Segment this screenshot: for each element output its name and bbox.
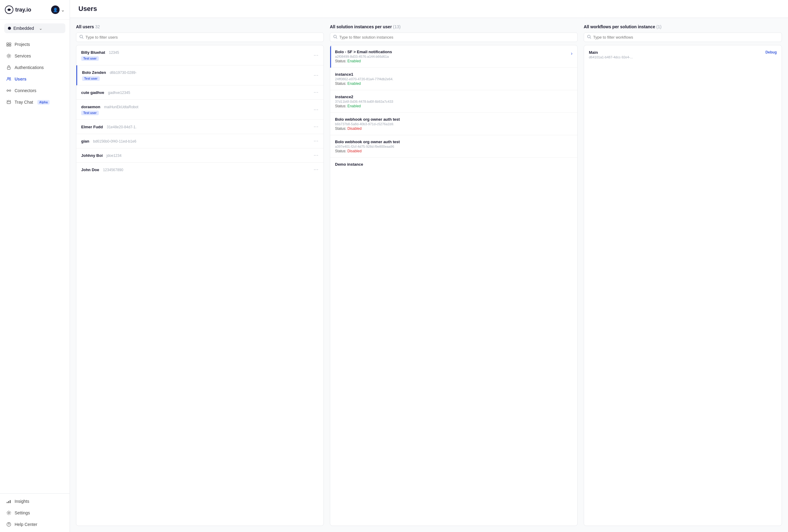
more-options-button[interactable]: ··· — [314, 73, 319, 78]
instance-name: instance1 — [335, 72, 572, 77]
table-row[interactable]: Billy Bluehat 12345 Test user ··· — [76, 45, 323, 65]
chevron-right-icon: › — [571, 51, 572, 56]
user-info: gian bd6156b0-0f40-11ed-b1e6 — [81, 138, 314, 144]
list-item[interactable]: Demo instance — [330, 158, 577, 171]
user-info: Johhny Boi jdoe1234 — [81, 153, 314, 158]
instance-name: Demo instance — [335, 162, 572, 166]
chevron-down-icon: ⌄ — [39, 26, 62, 31]
search-icon — [333, 35, 337, 40]
users-filter-wrap — [76, 33, 324, 42]
svg-point-8 — [9, 78, 11, 79]
instance-name: instance2 — [335, 95, 572, 99]
page-title: Users — [78, 5, 780, 13]
embedded-selector[interactable]: Embedded ⌄ — [4, 23, 65, 33]
workflows-column-header: All workflows per solution instance (1) — [584, 24, 782, 29]
users-list: Billy Bluehat 12345 Test user ··· Bolo Z… — [76, 45, 324, 526]
test-badge: Test user — [81, 111, 99, 115]
table-row[interactable]: doraemon maiHunEkUdtaRobot Test user ··· — [76, 100, 323, 120]
user-id: gadhve12345 — [108, 91, 130, 95]
sidebar-item-tray-chat[interactable]: Tray Chat Alpha — [0, 96, 70, 108]
instance-name: Bolo webhook org owner auth test — [335, 140, 572, 144]
status-enabled: Enabled — [348, 81, 361, 86]
users-filter-input[interactable] — [85, 35, 320, 40]
user-info: cute gadhve gadhve12345 — [81, 90, 314, 95]
sidebar-item-connectors[interactable]: Connectors — [0, 85, 70, 96]
logo-text: tray.io — [15, 7, 31, 13]
sidebar-item-settings[interactable]: Settings — [0, 507, 70, 519]
user-info: Billy Bluehat 12345 Test user — [81, 50, 314, 61]
sidebar-item-authentications[interactable]: Authentications — [0, 62, 70, 73]
more-options-button[interactable]: ··· — [314, 107, 319, 113]
svg-point-9 — [7, 90, 8, 92]
user-menu-button[interactable]: 👤 ⌄ — [51, 5, 65, 14]
settings-icon — [6, 510, 12, 516]
user-name: cute gadhve — [81, 90, 104, 95]
table-row[interactable]: Johhny Boi jdoe1234 ··· — [76, 149, 323, 163]
sidebar-header: tray.io 👤 ⌄ — [0, 0, 70, 20]
insights-icon — [6, 498, 12, 504]
instances-column-header: All solution instances per user (13) — [330, 24, 578, 29]
list-item[interactable]: instance2 37d11b6f-0d36-4478-bd0f-6b92a7… — [330, 90, 577, 113]
columns-container: All users 32 Billy Bluehat 12345 Test us… — [70, 18, 788, 532]
table-row[interactable]: gian bd6156b0-0f40-11ed-b1e6 ··· — [76, 134, 323, 149]
sidebar-item-projects[interactable]: Projects — [0, 39, 70, 50]
table-row[interactable]: Bolo Zenden d6b19730-0289- Test user ··· — [76, 65, 323, 85]
sidebar-item-label: Authentications — [15, 65, 44, 70]
sidebar-item-users[interactable]: Users — [0, 73, 70, 85]
debug-button[interactable]: Debug — [766, 50, 777, 54]
svg-point-20 — [334, 35, 337, 38]
instances-filter-input[interactable] — [339, 35, 574, 40]
svg-rect-14 — [8, 501, 9, 503]
instance-status: Status: Enabled — [335, 81, 572, 86]
instance-name: Bolo webhook org owner auth test — [335, 117, 572, 122]
alpha-badge: Alpha — [37, 100, 50, 104]
table-row[interactable]: John Doe 1234567890 ··· — [76, 163, 323, 177]
more-options-button[interactable]: ··· — [314, 53, 319, 58]
list-item[interactable]: Bolo webhook org owner auth test b6b737b… — [330, 113, 577, 135]
main-content-area: Users All users 32 Billy Bluehat — [70, 0, 788, 532]
sidebar-item-help-center[interactable]: Help Center — [0, 519, 70, 530]
workflow-name: Main — [589, 50, 633, 55]
user-name: Elmer Fudd — [81, 125, 103, 129]
user-name: John Doe — [81, 168, 99, 172]
workflows-filter-input[interactable] — [593, 35, 779, 40]
instance-id: 37d11b6f-0d36-4478-bd0f-6b92a7c433 — [335, 100, 572, 103]
user-name: Johhny Boi — [81, 153, 103, 158]
more-options-button[interactable]: ··· — [314, 167, 319, 172]
svg-point-5 — [8, 55, 10, 57]
svg-point-19 — [80, 35, 83, 38]
more-options-button[interactable]: ··· — [314, 90, 319, 95]
more-options-button[interactable]: ··· — [314, 138, 319, 144]
table-row[interactable]: cute gadhve gadhve12345 ··· — [76, 85, 323, 100]
sidebar-item-label: Projects — [15, 42, 30, 47]
instances-count: (13) — [393, 24, 401, 29]
instances-column: All solution instances per user (13) Bol… — [330, 24, 578, 526]
page-header: Users — [70, 0, 788, 18]
status-disabled: Disabled — [348, 149, 362, 153]
sidebar-item-insights[interactable]: Insights — [0, 495, 70, 507]
table-row[interactable]: Elmer Fudd 31e48e20-84d7-1. ··· — [76, 120, 323, 134]
user-name: Bolo Zenden — [82, 70, 106, 75]
svg-rect-15 — [10, 500, 11, 503]
sidebar-item-label: Users — [15, 77, 26, 81]
instance-id: b6b737b8-5a8d-40b3-971d-c5276a1b9. — [335, 122, 572, 126]
list-item[interactable]: instance1 24ff0862-e070-4720-81a4-77f4db… — [330, 68, 577, 90]
more-options-button[interactable]: ··· — [314, 124, 319, 130]
logo: tray.io — [5, 5, 31, 14]
list-item[interactable]: Bolo - SF > Email notifications a2f08499… — [330, 45, 577, 68]
help-icon — [6, 522, 12, 527]
search-icon — [79, 35, 84, 40]
svg-point-10 — [9, 90, 11, 92]
list-item[interactable]: Main d64101a1-b487-4dcc-92e4-... Debug — [584, 45, 782, 64]
instance-status: Status: Disabled — [335, 149, 572, 153]
list-item[interactable]: Bolo webhook org owner auth test a397e40… — [330, 135, 577, 158]
user-name: Billy Bluehat — [81, 50, 105, 55]
sidebar-item-services[interactable]: Services — [0, 50, 70, 62]
users-column: All users 32 Billy Bluehat 12345 Test us… — [76, 24, 324, 526]
more-options-button[interactable]: ··· — [314, 153, 319, 158]
sidebar-item-label: Services — [15, 54, 31, 58]
test-badge: Test user — [82, 76, 100, 81]
user-avatar: 👤 — [51, 5, 60, 14]
svg-rect-4 — [9, 45, 11, 46]
projects-icon — [6, 42, 12, 47]
